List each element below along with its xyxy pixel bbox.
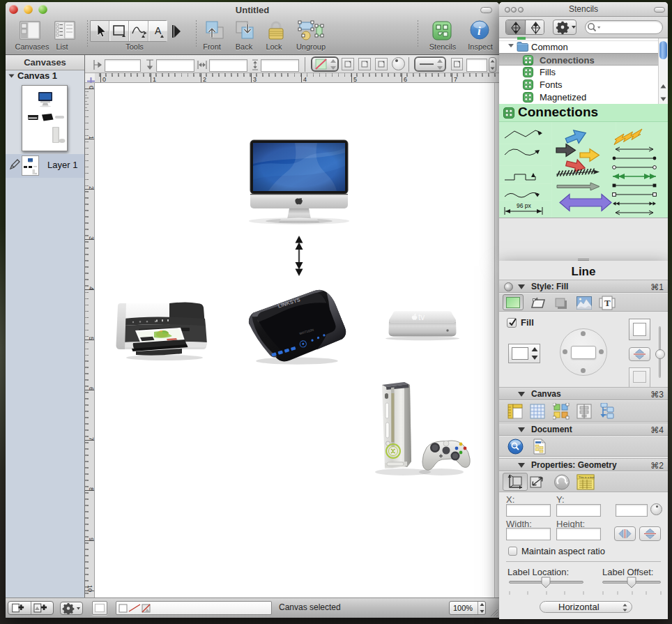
svg-text:7: 7	[454, 76, 457, 83]
svg-text:96 px: 96 px	[517, 202, 532, 209]
svg-text:A: A	[155, 25, 162, 36]
svg-text:tv: tv	[418, 312, 425, 322]
svg-text:5: 5	[353, 76, 357, 83]
svg-text:2: 2	[203, 76, 206, 83]
svg-text:0: 0	[102, 76, 106, 83]
svg-text:6: 6	[404, 76, 407, 83]
svg-text:i: i	[478, 24, 481, 38]
svg-text:4: 4	[303, 76, 307, 83]
svg-text:1: 1	[153, 76, 156, 83]
svg-text:T: T	[604, 298, 611, 308]
svg-text:3: 3	[253, 76, 257, 83]
svg-text:This is a text: This is a text	[579, 475, 595, 479]
